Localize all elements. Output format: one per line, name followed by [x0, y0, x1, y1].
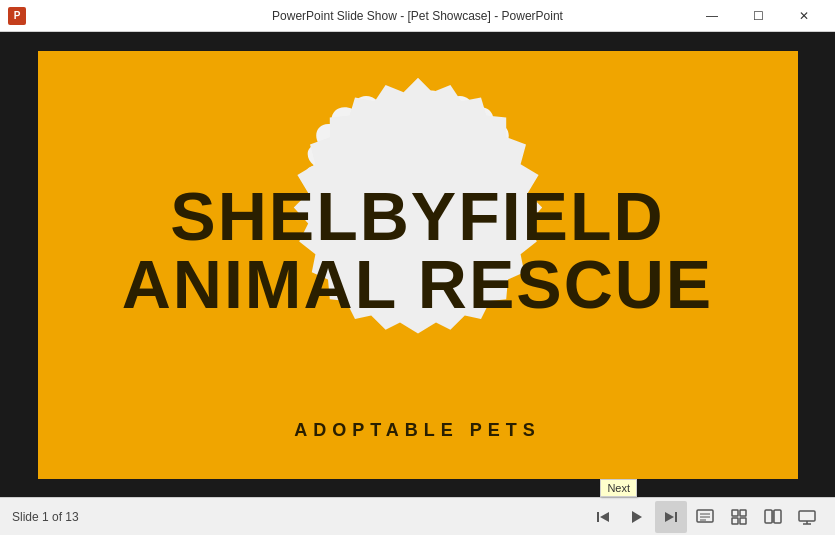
slide[interactable]: SHELBYFIELD ANIMAL RESCUE ADOPTABLE PETS: [38, 51, 798, 479]
status-controls: Next: [587, 501, 823, 533]
svg-rect-14: [765, 510, 772, 523]
book-button[interactable]: [757, 501, 789, 533]
title-bar-left: P: [8, 7, 26, 25]
status-bar: Slide 1 of 13 Next: [0, 497, 835, 535]
svg-rect-11: [740, 510, 746, 516]
powerpoint-icon: P: [8, 7, 26, 25]
close-button[interactable]: ✕: [781, 0, 827, 32]
maximize-button[interactable]: ☐: [735, 0, 781, 32]
rewind-icon[interactable]: [587, 501, 619, 533]
grid-button[interactable]: [723, 501, 755, 533]
window-title: PowerPoint Slide Show - [Pet Showcase] -…: [272, 9, 563, 23]
svg-rect-12: [732, 518, 738, 524]
svg-rect-15: [774, 510, 781, 523]
svg-marker-4: [665, 512, 674, 522]
title-bar: P PowerPoint Slide Show - [Pet Showcase]…: [0, 0, 835, 32]
window-controls: — ☐ ✕: [689, 0, 827, 32]
svg-rect-5: [675, 512, 677, 522]
slide-area: SHELBYFIELD ANIMAL RESCUE ADOPTABLE PETS: [0, 32, 835, 497]
next-button[interactable]: [655, 501, 687, 533]
svg-marker-2: [600, 512, 609, 522]
present-button[interactable]: [791, 501, 823, 533]
slide-counter: Slide 1 of 13: [12, 510, 79, 524]
svg-rect-17: [799, 511, 815, 521]
minimize-button[interactable]: —: [689, 0, 735, 32]
slide-subtitle: ADOPTABLE PETS: [38, 420, 798, 441]
svg-rect-13: [740, 518, 746, 524]
svg-rect-10: [732, 510, 738, 516]
slide-main-title: SHELBYFIELD ANIMAL RESCUE: [122, 182, 713, 318]
svg-marker-3: [632, 511, 642, 523]
svg-rect-1: [597, 512, 599, 522]
play-button[interactable]: [621, 501, 653, 533]
next-tooltip: Next: [600, 479, 637, 497]
notes-button[interactable]: [689, 501, 721, 533]
